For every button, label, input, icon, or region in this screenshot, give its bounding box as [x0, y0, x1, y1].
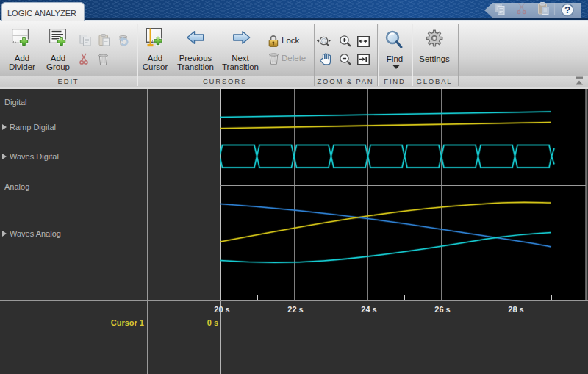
svg-text:?: ?	[564, 4, 570, 15]
